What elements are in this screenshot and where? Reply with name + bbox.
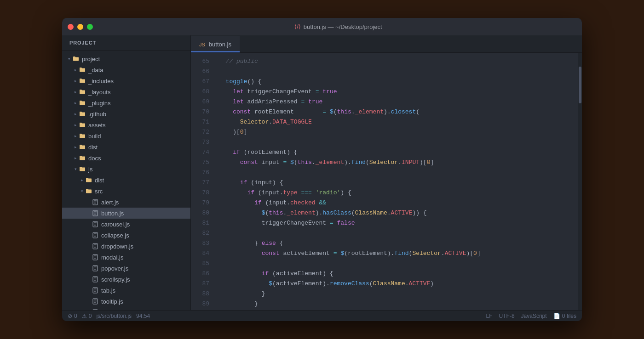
code-line: if (input.checked &&: [218, 198, 578, 208]
code-line: [218, 168, 578, 178]
code-line: )[0]: [218, 127, 578, 137]
tree-label: build: [88, 133, 101, 140]
tree-item-collapse.js[interactable]: collapse.js: [62, 230, 190, 241]
tree-item-_plugins[interactable]: ▸_plugins: [62, 97, 190, 108]
tree-item-carousel.js[interactable]: carousel.js: [62, 219, 190, 230]
warning-count: ⚠ 0: [82, 313, 92, 319]
tree-item-.github[interactable]: ▸.github: [62, 108, 190, 119]
chevron-icon: ▸: [72, 145, 79, 149]
code-line: }: [218, 289, 578, 299]
warning-icon: ⚠: [82, 313, 87, 319]
tree-item-_includes[interactable]: ▸_includes: [62, 75, 190, 86]
minimize-button[interactable]: [77, 24, 83, 30]
folder-icon: [79, 66, 86, 73]
tree-label: .github: [88, 111, 106, 118]
code-line: if (input.type === 'radio') {: [218, 188, 578, 198]
tree-item-tab.js[interactable]: tab.js: [62, 285, 190, 296]
file-icon: [92, 243, 99, 250]
tree-item-js-src[interactable]: ▾src: [62, 186, 190, 197]
code-line: triggerChangeEvent = false: [218, 218, 578, 228]
line-ending[interactable]: LF: [486, 313, 493, 319]
language-mode[interactable]: JavaScript: [521, 313, 547, 319]
tree-item-dist[interactable]: ▸dist: [62, 141, 190, 153]
editor-area: JS button.js 656667686970717273747576777…: [191, 35, 582, 310]
folder-icon: [79, 165, 86, 173]
sidebar: Project ▾project▸_data▸_includes▸_layout…: [62, 35, 191, 310]
tree-label: modal.js: [101, 254, 123, 261]
tree-label: collapse.js: [101, 232, 129, 239]
tree-item-popover.js[interactable]: popover.js: [62, 263, 190, 274]
code-line: }: [218, 299, 578, 309]
chevron-icon: ▾: [66, 56, 72, 61]
tree-item-_data[interactable]: ▸_data: [62, 64, 190, 75]
sidebar-header: Project: [62, 35, 190, 51]
tree-item-docs[interactable]: ▸docs: [62, 153, 190, 164]
file-icon-title: ⟨/⟩: [294, 23, 300, 30]
tree-item-_layouts[interactable]: ▸_layouts: [62, 86, 190, 97]
file-tree: ▾project▸_data▸_includes▸_layouts▸_plugi…: [62, 51, 190, 310]
tree-item-dropdown.js[interactable]: dropdown.js: [62, 241, 190, 252]
tree-item-scrollspy.js[interactable]: scrollspy.js: [62, 274, 190, 285]
folder-icon: [72, 55, 80, 62]
code-line: [218, 67, 578, 77]
code-line: if (activeElement) {: [218, 269, 578, 279]
tree-label: button.js: [101, 210, 124, 217]
tree-label: project: [82, 56, 100, 62]
titlebar: ⟨/⟩ button.js — ~/Desktop/project: [62, 18, 582, 35]
code-line: const rootElement = $(this._element).clo…: [218, 107, 578, 117]
code-line: $(this._element).hasClass(ClassName.ACTI…: [218, 208, 578, 218]
tree-label: _data: [88, 67, 104, 73]
tree-item-util.js[interactable]: util.js: [62, 307, 190, 310]
folder-icon: [79, 143, 86, 151]
close-button[interactable]: [68, 24, 74, 30]
tree-label: popover.js: [101, 265, 128, 272]
code-line: $(activeElement).removeClass(ClassName.A…: [218, 279, 578, 289]
file-icon: [92, 265, 99, 272]
chevron-icon: ▾: [72, 167, 79, 171]
tree-label: src: [95, 188, 103, 195]
error-count: ⊘ 0: [68, 313, 77, 319]
folder-icon: [79, 88, 86, 96]
tree-item-build[interactable]: ▸build: [62, 130, 190, 141]
tree-label: assets: [88, 122, 106, 129]
cursor-position: 94:54: [136, 313, 150, 319]
tree-label: carousel.js: [101, 221, 130, 228]
file-path: js/src/button.js: [96, 313, 132, 319]
scrollbar[interactable]: [578, 53, 582, 310]
status-left: ⊘ 0 ⚠ 0 js/src/button.js 94:54: [68, 313, 481, 319]
folder-icon: [79, 154, 86, 162]
chevron-icon: ▸: [72, 79, 79, 83]
chevron-icon: ▸: [72, 156, 79, 160]
file-icon: [92, 198, 99, 206]
scrollbar-thumb: [579, 67, 581, 103]
tree-label: tooltip.js: [101, 298, 123, 305]
file-icon: [92, 220, 99, 228]
folder-icon: [85, 176, 92, 184]
maximize-button[interactable]: [87, 24, 93, 30]
tree-item-js-dist[interactable]: ▸dist: [62, 175, 190, 186]
code-line: const input = $(this._element).find(Sele…: [218, 158, 578, 168]
tree-item-project[interactable]: ▾project: [62, 53, 190, 64]
folder-icon: [79, 132, 86, 140]
status-bar: ⊘ 0 ⚠ 0 js/src/button.js 94:54 LF UTF-8 …: [62, 310, 582, 321]
tree-item-js[interactable]: ▾js: [62, 164, 190, 175]
tree-item-assets[interactable]: ▸assets: [62, 119, 190, 130]
code-line: [218, 228, 578, 238]
chevron-icon: ▸: [72, 68, 79, 72]
tab-button-js[interactable]: JS button.js: [191, 36, 240, 52]
error-icon: ⊘: [68, 313, 72, 319]
file-icon: [92, 298, 99, 305]
tree-item-modal.js[interactable]: modal.js: [62, 252, 190, 263]
folder-icon: [79, 121, 86, 129]
tree-item-alert.js[interactable]: alert.js: [62, 197, 190, 208]
tree-label: dist: [88, 144, 98, 151]
encoding[interactable]: UTF-8: [499, 313, 515, 319]
tree-item-tooltip.js[interactable]: tooltip.js: [62, 296, 190, 307]
tree-label: tab.js: [101, 287, 115, 294]
tabs-bar: JS button.js: [191, 35, 582, 53]
folder-icon: [79, 99, 86, 107]
tree-label: docs: [88, 155, 101, 162]
folder-icon: [79, 77, 86, 85]
tree-item-button.js[interactable]: button.js: [62, 208, 190, 219]
code-content[interactable]: // public toggle() { let triggerChangeEv…: [215, 53, 578, 310]
